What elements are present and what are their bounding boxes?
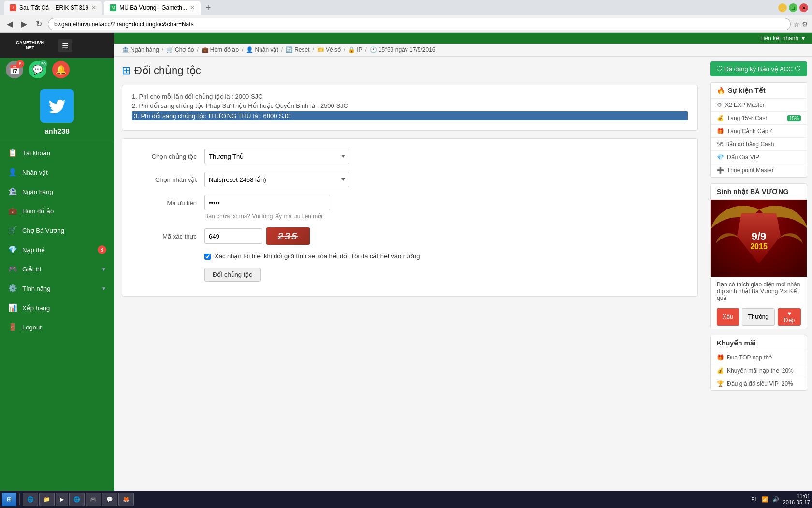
birthday-actions: Xấu Thường ♥ Đẹp [711, 305, 807, 329]
back-button[interactable]: ◀ [4, 18, 15, 30]
breadcrumb-hom-do-ao[interactable]: 💼 Hòm đồ ảo [202, 46, 239, 53]
ngan-hang-icon: 🏦 [8, 187, 17, 196]
tab-1[interactable]: ♪ Sau Tất Cả – ERIK ST.319 ✕ [4, 1, 102, 15]
taskbar-media[interactable]: ▶ [56, 493, 68, 506]
breadcrumb-nhan-vat[interactable]: 👤 Nhân vật [246, 46, 278, 53]
confirm-text: Xác nhận tôi biết khi đổi giới tính sẽ x… [215, 253, 420, 260]
fire-icon: 🔥 [717, 87, 725, 94]
refresh-button[interactable]: ↻ [33, 18, 45, 30]
tray-lang: PL [751, 496, 757, 502]
birthday-widget: Sinh nhật BÁ VƯƠNG [710, 183, 807, 329]
windows-taskbar: ⊞ 🌐 📁 ▶ 🌐 🎮 💬 🦊 PL 📶 🔊 11:01 [0, 491, 812, 508]
khuyen-item-2[interactable]: 💰 Khuyến mãi nạp thẻ 20% [711, 364, 807, 377]
quick-link[interactable]: Liên kết nhanh ▼ [760, 35, 806, 42]
page-title-row: ⊞ Đổi chủng tộc [122, 64, 698, 77]
sidebar-item-hom-do-ao[interactable]: 💼 Hòm đồ ảo [0, 201, 114, 221]
chon-chung-toc-row: Chọn chủng tộc Thương Thủ Pháp Sư Triệu … [137, 149, 683, 164]
confirm-label[interactable]: Xác nhận tôi biết khi đổi giới tính sẽ x… [204, 253, 683, 260]
nap-the-badge: 8 [98, 245, 106, 254]
tab2-close[interactable]: ✕ [190, 4, 195, 11]
notification-icon-btn[interactable]: 🔔 [52, 61, 70, 78]
taskbar-firefox[interactable]: 🦊 [118, 493, 134, 506]
main-header-bar: Liên kết nhanh ▼ [114, 33, 812, 44]
gift-icon: 🎁 [717, 128, 724, 134]
bookmark-icon[interactable]: ☆ [794, 20, 800, 28]
window-controls: − □ ✕ [778, 3, 808, 12]
page-title: Đổi chủng tộc [134, 64, 201, 77]
breadcrumb-ip[interactable]: 🔒 IP [348, 46, 362, 53]
khuyen-item-2-icon: 💰 [717, 367, 724, 374]
captcha-input[interactable] [204, 228, 262, 244]
breadcrumb-reset[interactable]: 🔄 Reset [286, 46, 309, 53]
su-kien-item-6[interactable]: ➕ Thuê point Master [711, 164, 807, 177]
close-button[interactable]: ✕ [799, 3, 808, 12]
browser-navbar: ◀ ▶ ↻ ☆ ⚙ [0, 15, 812, 33]
sidebar-item-tai-khoan[interactable]: 📋 Tài khoản [0, 143, 114, 163]
tray-volume: 🔊 [772, 496, 779, 503]
su-kien-item-2[interactable]: 💰 Tăng 15% Cash 15% [711, 112, 807, 125]
sidebar-item-nap-the[interactable]: 💎 Nạp thẻ 8 [0, 240, 114, 259]
maximize-button[interactable]: □ [789, 3, 798, 12]
su-kien-item-1[interactable]: ⚙ X2 EXP Master [711, 99, 807, 112]
nav-extras: ☆ ⚙ [794, 20, 808, 28]
sidebar-item-tinh-nang[interactable]: ⚙️ Tính năng ▼ [0, 279, 114, 298]
forward-button[interactable]: ▶ [18, 18, 30, 30]
tab2-favicon: M [110, 4, 116, 11]
captcha-image: 235 [266, 227, 310, 245]
khuyen-item-1-icon: 🎁 [717, 354, 724, 361]
khuyen-item-1[interactable]: 🎁 Đua TOP nạp thẻ [711, 351, 807, 364]
khuyen-item-2-text: Khuyến mãi nạp thẻ [727, 367, 779, 374]
confirm-checkbox[interactable] [204, 254, 211, 260]
start-button[interactable]: ⊞ [2, 493, 16, 506]
ma-uu-tien-input[interactable] [204, 195, 330, 210]
profile-username: anh238 [44, 127, 70, 135]
settings-icon[interactable]: ⚙ [802, 20, 808, 28]
btn-dep[interactable]: ♥ Đẹp [778, 308, 801, 326]
new-tab-button[interactable]: + [203, 2, 214, 14]
page-title-icon: ⊞ [122, 64, 130, 77]
breadcrumb-ngan-hang[interactable]: 🏦 Ngân hàng [122, 46, 159, 53]
taskbar-explorer[interactable]: 📁 [39, 493, 55, 506]
breadcrumb-ve-so[interactable]: 🎫 Vé số [317, 46, 341, 53]
sidebar-item-cho-ba-vuong[interactable]: 🛒 Chợ Bá Vương [0, 221, 114, 240]
tab1-close[interactable]: ✕ [91, 4, 96, 11]
taskbar-ie[interactable]: 🌐 [23, 493, 38, 506]
taskbar-game[interactable]: 🎮 [86, 493, 101, 506]
taskbar-clock: 11:01 2016-05-17 [783, 493, 810, 505]
btn-thuong[interactable]: Thường [742, 308, 775, 326]
su-kien-item-3[interactable]: 🎁 Tăng Cảnh Cấp 4 [711, 125, 807, 138]
tab-2[interactable]: M MU Bá Vương - Gameth... ✕ [104, 1, 201, 15]
btn-xau[interactable]: Xấu [717, 308, 739, 326]
sidebar-item-xep-hang[interactable]: 📊 Xếp hạng [0, 298, 114, 317]
khuyen-item-3[interactable]: 🏆 Đấu giá đồ siêu VIP 20% [711, 377, 807, 390]
breadcrumb-cho-ao[interactable]: 🛒 Chợ ảo [166, 46, 194, 53]
su-kien-item-4[interactable]: 🗺 Bản đồ bằng Cash [711, 138, 807, 151]
sidebar-item-ngan-hang[interactable]: 🏦 Ngân hàng [0, 182, 114, 201]
chon-nhan-vat-select[interactable]: Nats(reset 2458 lần) [204, 172, 349, 187]
explorer-icon: 📁 [44, 496, 50, 503]
su-kien-item-5[interactable]: 💎 Đấu Giá VIP [711, 151, 807, 164]
submit-button[interactable]: Đổi chủng tộc [204, 268, 261, 282]
taskbar-chrome[interactable]: 🌐 [69, 493, 85, 506]
confirm-row: Xác nhận tôi biết khi đổi giới tính sẽ x… [204, 253, 683, 260]
khuyen-item-2-badge: 20% [782, 367, 794, 374]
taskbar-skype[interactable]: 💬 [102, 493, 117, 506]
sidebar-item-logout[interactable]: 🚪 Logout [0, 317, 114, 337]
chon-chung-toc-select[interactable]: Thương Thủ Pháp Sư Triệu Hồi Quyền Binh [204, 149, 349, 164]
chat-icon-btn[interactable]: 💬 59 [29, 61, 46, 78]
sidebar-item-nhan-vat[interactable]: 👤 Nhân vật [0, 163, 114, 182]
sidebar-logo: GAMETHUVNNET ☰ [0, 33, 114, 58]
sidebar-item-nap-the-label: Nạp thẻ [22, 246, 45, 254]
menu-toggle-button[interactable]: ☰ [58, 39, 72, 52]
page-container: GAMETHUVNNET ☰ 📅 5 💬 59 🔔 [0, 33, 812, 491]
sidebar-item-giai-tri[interactable]: 🎮 Giải trí ▼ [0, 259, 114, 279]
sidebar-item-ngan-hang-label: Ngân hàng [22, 188, 53, 195]
right-sidebar: 🛡 Đã đăng ký Bảo vệ ACC 🛡 🔥 Sự kiện Tết … [706, 57, 812, 491]
ma-uu-tien-label: Mã ưu tiên [137, 199, 204, 207]
sidebar-profile: anh238 [0, 81, 114, 143]
twitter-icon [47, 96, 67, 116]
media-icon: ▶ [60, 496, 64, 503]
calendar-icon-btn[interactable]: 📅 5 [6, 61, 23, 78]
minimize-button[interactable]: − [778, 3, 787, 12]
address-bar[interactable] [48, 18, 791, 30]
